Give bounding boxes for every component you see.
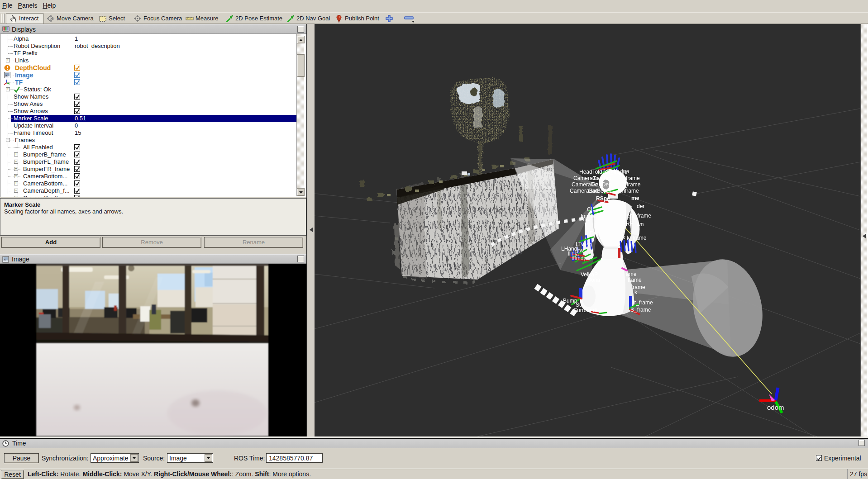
- svg-text:ame: ame: [626, 271, 637, 277]
- svg-text:LE: LE: [587, 230, 593, 237]
- svg-text:S_frame: S_frame: [630, 307, 651, 313]
- svg-text:lsh: lsh: [585, 242, 592, 248]
- svg-text:frame: frame: [631, 284, 645, 290]
- svg-text:der: der: [637, 203, 644, 209]
- svg-text:w: w: [596, 231, 600, 237]
- svg-text:tffmdp: tffmdp: [572, 255, 587, 261]
- svg-text:k_frame: k_frame: [627, 235, 647, 241]
- svg-text:odom: odom: [767, 403, 784, 411]
- svg-text:lk: lk: [621, 234, 626, 241]
- svg-text:GaaDep: GaaDep: [591, 181, 612, 188]
- svg-text:frame: frame: [628, 277, 642, 283]
- svg-text:me: me: [631, 195, 639, 201]
- svg-text:ehf_frame: ehf_frame: [627, 213, 651, 219]
- svg-text:mu: mu: [583, 216, 591, 222]
- svg-text:_frame: _frame: [623, 181, 641, 188]
- svg-text:Surroundi: Surroundi: [573, 307, 597, 313]
- svg-text:GarBott5u: GarBott5u: [588, 188, 613, 194]
- svg-text:wn: wn: [636, 221, 644, 228]
- svg-text:GaaTep: GaaTep: [592, 175, 611, 181]
- svg-text:k: k: [634, 289, 638, 295]
- svg-text:frame: frame: [626, 175, 640, 181]
- svg-text:Bump: Bump: [563, 298, 577, 304]
- svg-text:RF: RF: [626, 221, 633, 227]
- svg-text:Cl: Cl: [587, 206, 592, 213]
- svg-text:RSpe: RSpe: [596, 195, 610, 202]
- svg-text:mframe: mframe: [620, 188, 639, 194]
- svg-text:Sona: Sona: [587, 277, 600, 283]
- svg-text:ldTsIfr_fna: ldTsIfr_fna: [604, 168, 630, 175]
- svg-text:fr_frame: fr_frame: [633, 299, 653, 306]
